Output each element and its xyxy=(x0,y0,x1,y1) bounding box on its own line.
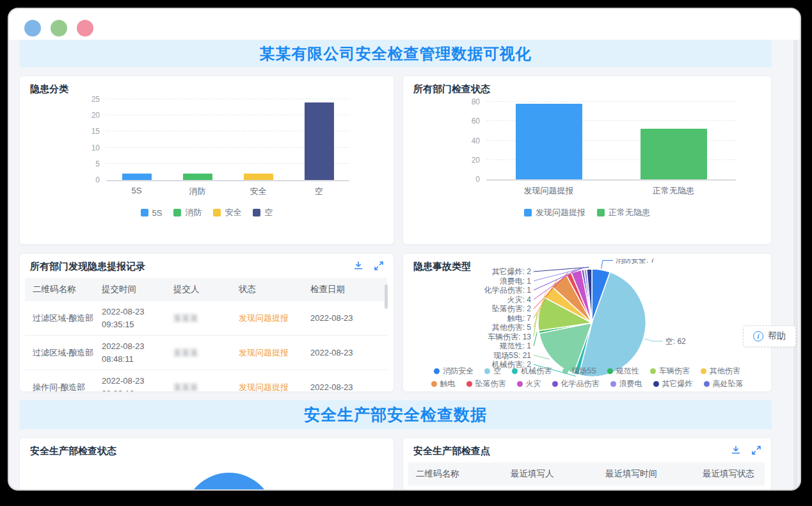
cell-submit_time: 2022-08-23 08:30:16 xyxy=(102,376,145,392)
traffic-light-blue-icon[interactable] xyxy=(24,20,41,37)
pie-label-化学品伤害: 化学品伤害: 1 xyxy=(484,286,532,295)
legend-item-车辆伤害[interactable]: 车辆伤害 xyxy=(650,366,690,377)
expand-icon[interactable] xyxy=(373,260,385,272)
cell-submitter: 某某某 xyxy=(173,348,198,357)
y-axis-tick: 0 xyxy=(79,175,100,184)
cell-submit_time: 2022-08-23 08:48:11 xyxy=(102,341,145,364)
legend-item-规范性[interactable]: 规范性 xyxy=(607,366,639,377)
panel-title: 安全生产部检查状态 xyxy=(20,438,394,457)
cell-submitter: 某某某 xyxy=(173,382,198,392)
dept-banner: 安全生产部安全检查数据 xyxy=(19,400,772,429)
legend-item-现场5S[interactable]: 现场5S xyxy=(562,366,596,377)
page-scrollbar[interactable] xyxy=(793,40,798,489)
pie-label-车辆伤害: 车辆伤害: 13 xyxy=(488,332,531,341)
window-titlebar xyxy=(9,9,800,40)
cell-qr_name: 过滤区域-酿造部 xyxy=(33,348,93,357)
pie-label-触电: 触电: 7 xyxy=(507,314,532,323)
y-axis-tick: 15 xyxy=(79,127,100,136)
legend-item-发现问题提报[interactable]: 发现问题提报 xyxy=(524,207,585,218)
y-axis-tick: 80 xyxy=(459,97,480,106)
y-axis-tick: 40 xyxy=(459,136,480,145)
pie-label-浪费电: 浪费电: 1 xyxy=(500,277,532,286)
legend-item-5S[interactable]: 5S xyxy=(141,207,163,218)
legend-item-其他伤害[interactable]: 其他伤害 xyxy=(701,366,740,377)
cell-check_date: 2022-08-23 xyxy=(310,348,353,357)
column-header: 状态 xyxy=(231,278,303,301)
pie-label-现场5S: 现场5S: 21 xyxy=(493,351,531,360)
legend-item-安全[interactable]: 安全 xyxy=(213,207,241,218)
column-header: 最近填写人 xyxy=(503,462,598,486)
cell-qr_name: 操作间-酿造部 xyxy=(33,382,85,392)
legend-item-正常无隐患[interactable]: 正常无隐患 xyxy=(597,207,650,218)
y-axis-tick: 60 xyxy=(459,117,480,126)
pie-label-规范性: 规范性: 1 xyxy=(500,341,532,350)
panel-hazard-category: 隐患分类 05101520255S消防安全空5S消防安全空 xyxy=(19,76,394,245)
download-icon[interactable] xyxy=(730,445,742,456)
legend-item-消防[interactable]: 消防 xyxy=(173,207,202,218)
cell-submitter: 某某某 xyxy=(173,313,198,323)
y-axis-tick: 25 xyxy=(79,95,100,104)
y-axis-tick: 20 xyxy=(459,156,480,165)
pie-label-leader xyxy=(601,261,613,269)
bar-5S[interactable] xyxy=(122,174,152,180)
x-axis-label: 消防 xyxy=(189,186,206,197)
main-banner: 某某有限公司安全检查管理数据可视化 xyxy=(19,40,772,67)
panel-all-dept-status: 所有部门检查状态 020406080发现问题提报正常无隐患发现问题提报正常无隐患 xyxy=(402,76,772,245)
pie-legend: 消防安全空机械伤害现场5S规范性车辆伤害其他伤害触电坠落伤害火灾化学品伤害浪费电… xyxy=(403,366,771,389)
legend-item-其它爆炸[interactable]: 其它爆炸 xyxy=(653,379,693,389)
pie-label-其它爆炸: 其它爆炸: 2 xyxy=(492,267,532,276)
bar-正常无隐患[interactable] xyxy=(641,129,707,179)
bar-安全[interactable] xyxy=(244,174,273,180)
records-table: 二维码名称提交时间提交人状态检查日期过滤区域-酿造部2022-08-23 09:… xyxy=(25,278,387,392)
dept-banner-title: 安全生产部安全检查数据 xyxy=(304,404,487,425)
panel-records: 所有部门发现隐患提报记录 二维码名称提交时间提交人状态检查日期过滤区域-酿造部2… xyxy=(19,253,394,392)
bar-消防[interactable] xyxy=(183,174,212,180)
bar-空[interactable] xyxy=(305,102,334,180)
cell-submit_time: 2022-08-23 09:35:15 xyxy=(102,307,145,329)
legend-item-高处坠落[interactable]: 高处坠落 xyxy=(704,379,744,389)
legend-item-浪费电[interactable]: 浪费电 xyxy=(610,379,642,389)
column-header: 检查日期 xyxy=(303,278,387,301)
traffic-light-red-icon[interactable] xyxy=(77,20,93,37)
help-button[interactable]: i 帮助 xyxy=(743,325,796,347)
legend-item-空[interactable]: 空 xyxy=(253,207,273,218)
legend-item-触电[interactable]: 触电 xyxy=(431,379,456,389)
column-header: 最近填写时间 xyxy=(598,462,695,486)
sec-dept-status-pie-chart[interactable] xyxy=(184,473,275,489)
y-axis-tick: 5 xyxy=(79,159,100,168)
table-row: 过滤区域-酿造部2022-08-23 09:35:15某某某发现问题提报2022… xyxy=(25,301,387,336)
cell-status: 发现问题提报 xyxy=(239,382,289,392)
panel-accident-types: 隐患事故类型 其它爆炸: 2浪费电: 1化学品伤害: 1火灾: 4坠落伤害: 2… xyxy=(402,253,772,392)
legend-item-火灾[interactable]: 火灾 xyxy=(517,379,541,389)
download-icon[interactable] xyxy=(353,260,364,272)
legend-item-化学品伤害[interactable]: 化学品伤害 xyxy=(552,379,600,389)
legend-item-机械伤害[interactable]: 机械伤害 xyxy=(512,366,552,377)
traffic-light-green-icon[interactable] xyxy=(51,20,67,37)
legend-item-空[interactable]: 空 xyxy=(484,366,501,377)
table-row: 过滤区域-酿造部2022-08-23 08:48:11某某某发现问题提报2022… xyxy=(25,336,387,370)
cell-check_date: 2022-08-23 xyxy=(310,313,353,323)
x-axis-label: 发现问题提报 xyxy=(524,185,574,197)
legend-item-坠落伤害[interactable]: 坠落伤害 xyxy=(466,379,506,389)
column-header: 提交时间 xyxy=(94,278,166,301)
pie-label-消防安全: 消防安全: 7 xyxy=(616,259,655,265)
x-axis-label: 5S xyxy=(132,186,142,195)
dashboard-page: 某某有限公司安全检查管理数据可视化 隐患分类 05101520255S消防安全空… xyxy=(9,40,800,489)
table-scrollbar[interactable] xyxy=(385,284,388,309)
points-table: 二维码名称最近填写人最近填写时间最近填写状态正门（南门）-安全生产 xyxy=(408,462,765,489)
expand-icon[interactable] xyxy=(751,445,762,456)
main-banner-title: 某某有限公司安全检查管理数据可视化 xyxy=(260,44,532,64)
y-axis-tick: 10 xyxy=(79,143,100,152)
panel-sec-dept-points: 安全生产部检查点 二维码名称最近填写人最近填写时间最近填写状态正门（南门）-安全… xyxy=(402,437,772,489)
info-icon: i xyxy=(753,331,763,341)
pie-label-火灾: 火灾: 4 xyxy=(507,295,532,304)
pie-label-leader xyxy=(644,339,662,341)
legend-item-消防安全[interactable]: 消防安全 xyxy=(434,366,474,377)
cell-status: 发现问题提报 xyxy=(239,348,289,357)
pie-label-坠落伤害: 坠落伤害: 2 xyxy=(492,304,532,313)
hazard-category-bar-chart: 05101520255S消防安全空5S消防安全空 xyxy=(20,76,394,244)
pie-label-其他伤害: 其他伤害: 5 xyxy=(492,323,532,332)
table-row: 正门（南门）-安全生产 xyxy=(408,486,765,489)
x-axis-label: 安全 xyxy=(250,186,267,197)
bar-发现问题提报[interactable] xyxy=(516,104,582,179)
